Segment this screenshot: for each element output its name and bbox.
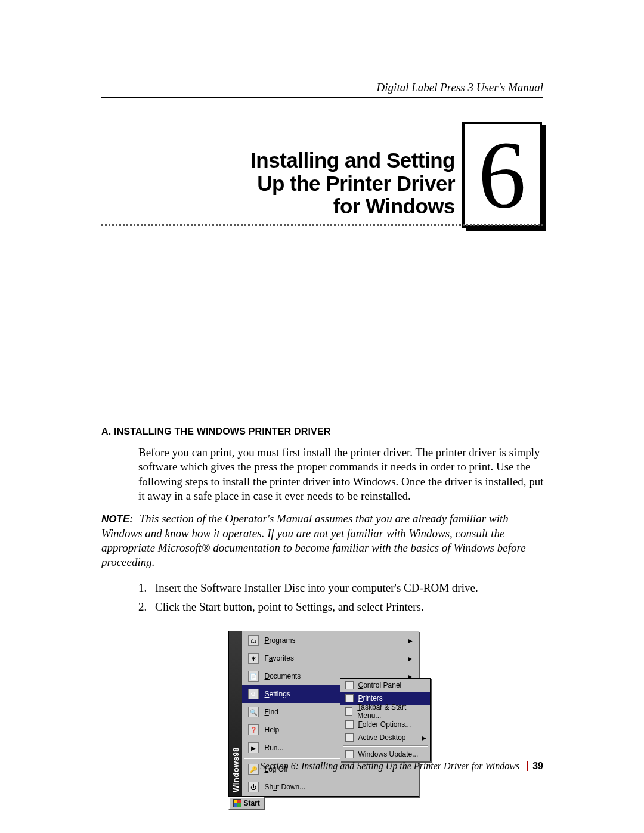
menu-label: Settings (265, 690, 290, 698)
submenu-item-active-desktop[interactable]: Active Desktop ▶ (340, 731, 430, 744)
manual-page: Digital Label Press 3 User's Manual Inst… (0, 0, 644, 833)
chapter-title: Installing and Setting Up the Printer Dr… (250, 149, 455, 218)
settings-submenu: Control Panel Printers Taskbar & Start M… (340, 678, 431, 761)
step-list: 1. Insert the Software Installer Disc in… (138, 578, 546, 617)
note-paragraph: NOTE: This section of the Operator's Man… (101, 512, 546, 569)
chapter-number-box: 6 (462, 122, 546, 231)
chapter-number: 6 (462, 122, 542, 228)
documents-icon: 📄 (248, 671, 259, 682)
start-menu-item-favorites[interactable]: ✱ Favorites ▶ (242, 649, 419, 667)
step-item: 2. Click the Start button, point to Sett… (138, 597, 546, 617)
body: A. INSTALLING THE WINDOWS PRINTER DRIVER… (101, 420, 546, 810)
programs-icon: 🗂 (248, 635, 259, 646)
intro-paragraph: Before you can print, you must first ins… (138, 445, 546, 503)
step-text: Click the Start button, point to Setting… (155, 597, 424, 617)
page-number: 39 (527, 761, 543, 771)
active-desktop-icon (345, 733, 354, 742)
chapter-title-line: Installing and Setting (250, 149, 455, 172)
running-head: Digital Label Press 3 User's Manual (377, 81, 543, 94)
footer-text: Section 6: Installing and Setting Up the… (261, 761, 520, 771)
help-icon: ❓ (248, 724, 259, 735)
submenu-label: Printers (358, 694, 383, 702)
start-button-label: Start (244, 799, 260, 807)
submenu-arrow-icon: ▶ (408, 637, 413, 644)
menu-label: Help (265, 726, 280, 734)
menu-label: Find (265, 708, 278, 716)
start-menu-screenshot: Windows98 🗂 Programs ▶ ✱ Favorites ▶ 📄 (228, 631, 419, 810)
menu-label: Run... (265, 744, 284, 752)
folder-options-icon (345, 720, 354, 729)
step-text: Insert the Software Installer Disc into … (155, 578, 478, 597)
submenu-label: Taskbar & Start Menu... (357, 703, 425, 720)
menu-label: Documents (265, 672, 301, 680)
page-footer: Section 6: Installing and Setting Up the… (101, 757, 543, 772)
submenu-arrow-icon: ▶ (422, 735, 426, 741)
start-menu-item-programs[interactable]: 🗂 Programs ▶ (242, 631, 419, 649)
windows-logo-icon (233, 799, 242, 807)
note-text: This section of the Operator's Manual as… (101, 512, 526, 568)
menu-label: Favorites (265, 654, 294, 662)
printers-icon (345, 694, 354, 702)
submenu-label: Folder Options... (358, 720, 411, 729)
chapter-title-line: for Windows (250, 195, 455, 218)
step-number: 1. (138, 578, 155, 597)
dotted-rule (101, 224, 543, 226)
note-label: NOTE: (101, 513, 133, 525)
menu-label: Shut Down... (265, 783, 306, 791)
submenu-item-control-panel[interactable]: Control Panel (340, 679, 430, 692)
run-icon: ▶ (248, 742, 259, 753)
shutdown-icon: ⏻ (248, 782, 259, 792)
chapter-title-line: Up the Printer Driver (250, 172, 455, 196)
submenu-item-folder-options[interactable]: Folder Options... (340, 718, 430, 731)
submenu-arrow-icon: ▶ (408, 655, 413, 662)
settings-icon: ⚙ (248, 689, 259, 699)
submenu-label: Control Panel (358, 681, 402, 689)
submenu-item-taskbar[interactable]: Taskbar & Start Menu... (340, 705, 430, 718)
find-icon: 🔍 (248, 707, 259, 717)
submenu-separator (343, 745, 428, 747)
menu-label: Programs (265, 636, 296, 645)
start-menu-item-shutdown[interactable]: ⏻ Shut Down... (242, 778, 419, 796)
start-menu: Windows98 🗂 Programs ▶ ✱ Favorites ▶ 📄 (228, 631, 419, 797)
step-number: 2. (138, 597, 155, 617)
chapter-header: Installing and Setting Up the Printer Dr… (101, 122, 546, 241)
control-panel-icon (345, 681, 354, 689)
section-rule (101, 420, 349, 420)
section-heading: A. INSTALLING THE WINDOWS PRINTER DRIVER (101, 426, 546, 437)
taskbar-icon (345, 707, 353, 716)
start-button[interactable]: Start (228, 797, 265, 810)
step-item: 1. Insert the Software Installer Disc in… (138, 578, 546, 597)
submenu-label: Active Desktop (358, 733, 406, 742)
top-rule (101, 97, 543, 98)
favorites-icon: ✱ (248, 653, 259, 664)
